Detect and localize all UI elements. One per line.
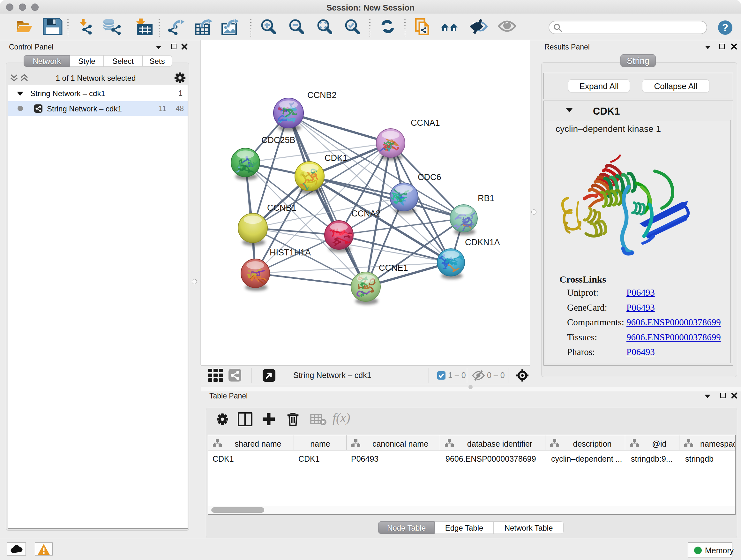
svg-text:CCNE1: CCNE1 [379,263,408,273]
svg-text:CCNB1: CCNB1 [267,203,296,212]
svg-text:CDK1: CDK1 [325,153,347,163]
svg-text:CDKN1A: CDKN1A [465,238,500,247]
svg-text:CCNA1: CCNA1 [411,118,440,128]
svg-text:RB1: RB1 [478,193,495,203]
svg-text:CCNB2: CCNB2 [307,90,337,100]
svg-text:CDC25B: CDC25B [261,135,295,145]
svg-text:CCNA2: CCNA2 [351,209,381,219]
svg-text:HIST1H1A: HIST1H1A [270,248,311,257]
svg-text:CDC6: CDC6 [418,172,441,182]
